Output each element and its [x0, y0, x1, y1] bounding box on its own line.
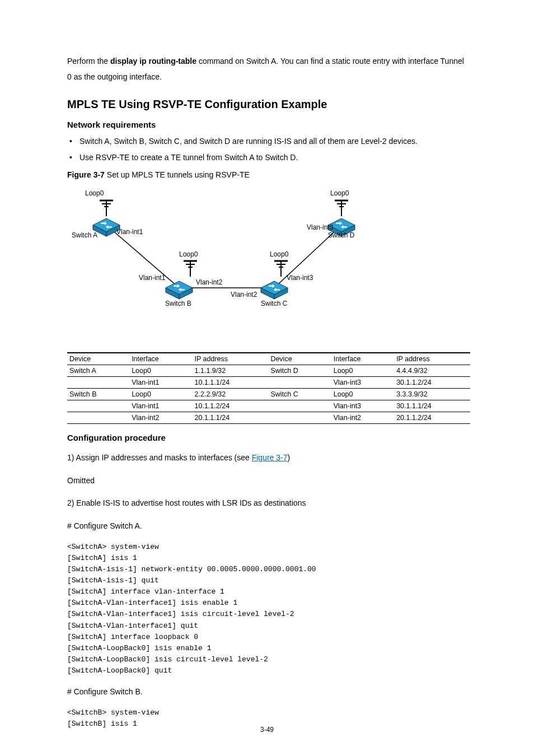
network-diagram: Loop0 Loop0 Loop0 Loop0 Switch A Switch … [67, 181, 381, 344]
label-switchD: Switch D [328, 231, 355, 239]
omitted: Omitted [67, 473, 467, 488]
label-vlan3: Vlan-int3 [287, 274, 313, 282]
configure-switch-a: # Configure Switch A. [67, 519, 467, 534]
cmd-name: display ip routing-table [110, 57, 196, 66]
step1-text-b: ) [288, 453, 291, 462]
table-row: Vlan-int110.1.1.1/24Vlan-int330.1.1.2/24 [67, 377, 470, 389]
table-row: Vlan-int220.1.1.1/24Vlan-int220.1.1.2/24 [67, 412, 470, 424]
intro-paragraph: Perform the display ip routing-table com… [67, 53, 467, 85]
th-ip: IP address [193, 353, 269, 365]
step1-text-a: 1) Assign IP addresses and masks to inte… [67, 453, 252, 462]
req-item-2: Use RSVP-TE to create a TE tunnel from S… [79, 150, 467, 165]
label-vlan1: Vlan-int1 [116, 228, 143, 236]
device-table: Device Interface IP address Device Inter… [67, 352, 470, 424]
intro-text-a: Perform the [67, 57, 110, 66]
figure-caption: Figure 3-7 Set up MPLS TE tunnels using … [67, 170, 467, 179]
th-device: Device [67, 353, 129, 365]
section-title: MPLS TE Using RSVP-TE Configuration Exam… [67, 98, 467, 111]
requirements-list: Switch A, Switch B, Switch C, and Switch… [67, 134, 467, 165]
table-row: Vlan-int110.1.1.2/24Vlan-int330.1.1.1/24 [67, 400, 470, 412]
table-header-row: Device Interface IP address Device Inter… [67, 353, 470, 365]
th-ip2: IP address [394, 353, 470, 365]
th-interface2: Interface [331, 353, 394, 365]
th-device2: Device [268, 353, 331, 365]
label-loop0: Loop0 [270, 250, 289, 258]
label-vlan3: Vlan-int3 [307, 223, 334, 231]
page-number: 3-49 [0, 726, 534, 734]
label-switchB: Switch B [165, 300, 191, 307]
req-item-1: Switch A, Switch B, Switch C, and Switch… [79, 134, 467, 149]
step-1: 1) Assign IP addresses and masks to inte… [67, 450, 467, 465]
label-switchC: Switch C [261, 300, 288, 307]
table-row: Switch ALoop01.1.1.9/32Switch DLoop04.4.… [67, 365, 470, 377]
label-loop0: Loop0 [179, 250, 198, 258]
label-switchA: Switch A [72, 231, 97, 239]
label-loop0: Loop0 [330, 189, 349, 197]
figure-caption-text: Set up MPLS TE tunnels using RSVP-TE [107, 170, 250, 179]
label-loop0: Loop0 [85, 189, 104, 197]
table-row: Switch BLoop02.2.2.9/32Switch CLoop03.3.… [67, 389, 470, 400]
config-procedure-title: Configuration procedure [67, 433, 467, 442]
configure-switch-b: # Configure Switch B. [67, 684, 467, 699]
figure-link[interactable]: Figure 3-7 [252, 453, 288, 462]
label-vlan2: Vlan-int2 [231, 291, 257, 298]
label-vlan2: Vlan-int2 [196, 278, 223, 286]
th-interface: Interface [129, 353, 192, 365]
label-vlan1: Vlan-int1 [139, 274, 166, 282]
step-2: 2) Enable IS-IS to advertise host routes… [67, 496, 467, 511]
network-req-title: Network requirements [67, 120, 467, 129]
cli-block-a: <SwitchA> system-view [SwitchA] isis 1 [… [67, 542, 467, 677]
figure-number: Figure 3-7 [67, 170, 105, 179]
